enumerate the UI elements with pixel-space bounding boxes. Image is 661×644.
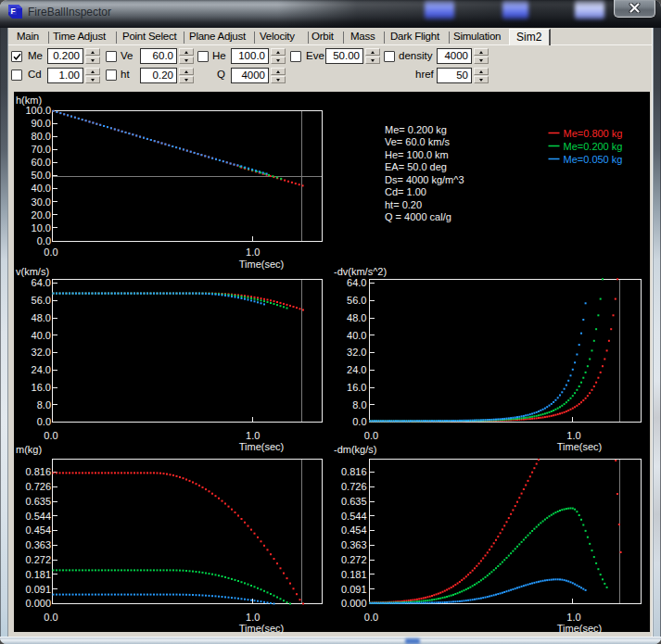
svg-text:1.0: 1.0 — [566, 430, 580, 441]
svg-text:0.544: 0.544 — [25, 511, 51, 522]
svg-text:10.0: 10.0 — [32, 222, 51, 234]
svg-text:Cd= 1.00: Cd= 1.00 — [385, 186, 426, 197]
svg-text:1.0: 1.0 — [566, 612, 580, 623]
svg-text:70.0: 70.0 — [32, 144, 51, 155]
svg-text:30.0: 30.0 — [32, 196, 51, 208]
svg-text:0.816: 0.816 — [25, 466, 51, 477]
svg-text:m(kg): m(kg) — [16, 444, 42, 455]
svg-text:0.726: 0.726 — [25, 481, 51, 492]
svg-text:Time(sec): Time(sec) — [239, 441, 284, 452]
svg-text:0.363: 0.363 — [25, 539, 51, 550]
svg-text:1.0: 1.0 — [246, 612, 260, 623]
svg-text:56.0: 56.0 — [32, 295, 51, 306]
svg-text:8.0: 8.0 — [37, 399, 51, 410]
svg-text:0.0: 0.0 — [37, 416, 51, 427]
svg-text:40.0: 40.0 — [32, 183, 51, 194]
svg-text:0.0: 0.0 — [44, 246, 57, 258]
svg-text:0.272: 0.272 — [25, 554, 51, 565]
svg-text:16.0: 16.0 — [32, 382, 51, 393]
svg-text:v(km/s): v(km/s) — [16, 266, 49, 277]
svg-text:Ve= 60.0 km/s: Ve= 60.0 km/s — [385, 136, 451, 147]
svg-text:Me=0.050 kg: Me=0.050 kg — [564, 154, 623, 165]
svg-text:EA= 50.0 deg: EA= 50.0 deg — [385, 161, 447, 172]
svg-text:100.0: 100.0 — [25, 105, 51, 116]
svg-text:0.0: 0.0 — [44, 430, 57, 441]
svg-text:0.816: 0.816 — [341, 466, 367, 477]
svg-text:Me= 0.200 kg: Me= 0.200 kg — [385, 124, 447, 135]
svg-text:24.0: 24.0 — [347, 364, 366, 375]
svg-text:0.000: 0.000 — [341, 598, 367, 609]
svg-text:40.0: 40.0 — [32, 330, 51, 341]
svg-text:0.454: 0.454 — [341, 524, 367, 536]
svg-text:0.0: 0.0 — [37, 235, 51, 246]
svg-text:0.454: 0.454 — [25, 524, 51, 536]
svg-text:50.0: 50.0 — [32, 170, 51, 181]
svg-text:He= 100.0 km: He= 100.0 km — [385, 149, 449, 160]
svg-text:-dm(kg/s): -dm(kg/s) — [334, 444, 376, 455]
svg-text:Time(sec): Time(sec) — [239, 259, 284, 270]
svg-text:0.363: 0.363 — [341, 539, 367, 550]
svg-text:0.0: 0.0 — [364, 612, 378, 623]
svg-text:0.181: 0.181 — [341, 569, 367, 580]
svg-text:48.0: 48.0 — [32, 312, 51, 323]
svg-text:0.635: 0.635 — [341, 496, 367, 507]
svg-text:64.0: 64.0 — [347, 277, 366, 288]
svg-text:0.091: 0.091 — [341, 584, 367, 595]
svg-text:32.0: 32.0 — [347, 347, 366, 358]
svg-text:Time(sec): Time(sec) — [557, 623, 602, 634]
svg-text:24.0: 24.0 — [32, 364, 51, 375]
svg-text:0.091: 0.091 — [25, 584, 51, 595]
svg-text:h(km): h(km) — [16, 95, 42, 106]
svg-text:0.000: 0.000 — [25, 598, 51, 609]
svg-text:0.272: 0.272 — [341, 554, 367, 565]
svg-text:-dv(km/s^2): -dv(km/s^2) — [334, 266, 387, 277]
svg-text:80.0: 80.0 — [32, 131, 51, 142]
svg-text:32.0: 32.0 — [32, 347, 51, 358]
svg-text:0.544: 0.544 — [341, 511, 367, 522]
svg-text:Me=0.200 kg: Me=0.200 kg — [564, 141, 623, 152]
svg-text:48.0: 48.0 — [347, 312, 366, 323]
svg-text:1.0: 1.0 — [246, 430, 260, 441]
svg-text:0.181: 0.181 — [25, 569, 51, 580]
svg-text:Me=0.800 kg: Me=0.800 kg — [564, 128, 623, 139]
svg-text:8.0: 8.0 — [352, 399, 366, 410]
svg-text:20.0: 20.0 — [32, 209, 51, 221]
svg-text:0.0: 0.0 — [352, 416, 366, 427]
svg-text:Time(sec): Time(sec) — [239, 623, 284, 634]
svg-text:0.726: 0.726 — [341, 481, 367, 492]
svg-text:0.0: 0.0 — [44, 612, 57, 623]
svg-text:16.0: 16.0 — [347, 382, 366, 393]
svg-text:40.0: 40.0 — [347, 330, 366, 341]
svg-text:60.0: 60.0 — [32, 157, 51, 168]
svg-text:0.635: 0.635 — [25, 496, 51, 507]
svg-text:64.0: 64.0 — [32, 277, 51, 288]
svg-text:Q = 4000 cal/g: Q = 4000 cal/g — [385, 211, 451, 222]
svg-text:1.0: 1.0 — [246, 246, 260, 258]
svg-text:56.0: 56.0 — [347, 295, 366, 306]
svg-text:0.0: 0.0 — [364, 430, 378, 441]
svg-text:Ds= 4000 kg/m^3: Ds= 4000 kg/m^3 — [385, 174, 464, 185]
svg-text:90.0: 90.0 — [32, 118, 51, 129]
svg-text:ht= 0.20: ht= 0.20 — [385, 199, 422, 210]
svg-text:Time(sec): Time(sec) — [557, 441, 602, 452]
